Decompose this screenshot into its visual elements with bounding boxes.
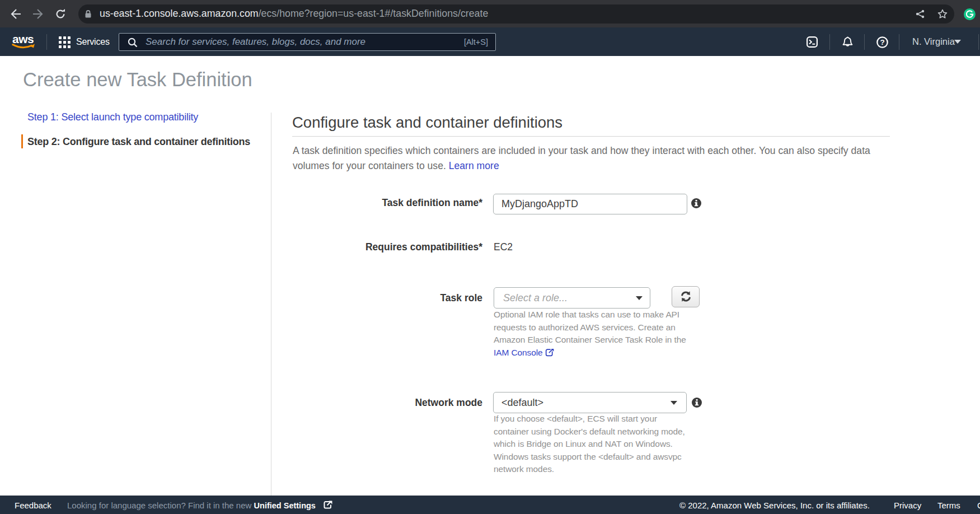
- svg-text:?: ?: [880, 38, 884, 46]
- svg-text:aws: aws: [12, 33, 34, 45]
